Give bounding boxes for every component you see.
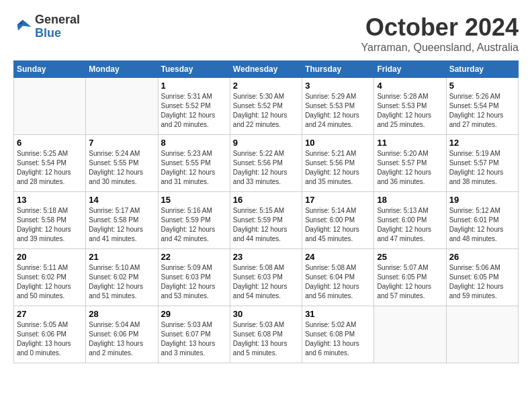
calendar-cell: 4Sunrise: 5:28 AM Sunset: 5:53 PM Daylig…: [374, 78, 446, 135]
day-info: Sunrise: 5:15 AM Sunset: 5:59 PM Dayligh…: [233, 206, 299, 244]
calendar-table: SundayMondayTuesdayWednesdayThursdayFrid…: [13, 60, 519, 363]
month-title: October 2024: [361, 13, 519, 42]
day-number: 27: [17, 309, 83, 319]
day-number: 25: [377, 252, 443, 262]
day-info: Sunrise: 5:08 AM Sunset: 6:03 PM Dayligh…: [233, 263, 299, 301]
day-number: 16: [233, 195, 299, 205]
calendar-cell: 17Sunrise: 5:14 AM Sunset: 6:00 PM Dayli…: [302, 192, 374, 249]
day-number: 23: [233, 252, 299, 262]
day-number: 6: [17, 138, 83, 148]
calendar-cell: 25Sunrise: 5:07 AM Sunset: 6:05 PM Dayli…: [374, 249, 446, 306]
day-info: Sunrise: 5:13 AM Sunset: 6:00 PM Dayligh…: [377, 206, 443, 244]
weekday-header: Sunday: [14, 61, 86, 78]
day-info: Sunrise: 5:17 AM Sunset: 5:58 PM Dayligh…: [89, 206, 154, 244]
day-number: 15: [161, 195, 227, 205]
day-number: 26: [449, 252, 515, 262]
day-number: 20: [17, 252, 83, 262]
weekday-header: Saturday: [446, 61, 518, 78]
day-info: Sunrise: 5:02 AM Sunset: 6:08 PM Dayligh…: [305, 320, 371, 358]
day-number: 17: [305, 195, 371, 205]
day-number: 11: [377, 138, 443, 148]
day-number: 1: [161, 81, 227, 91]
day-info: Sunrise: 5:05 AM Sunset: 6:06 PM Dayligh…: [17, 320, 83, 358]
calendar-cell: [374, 306, 446, 363]
calendar-cell: 18Sunrise: 5:13 AM Sunset: 6:00 PM Dayli…: [374, 192, 446, 249]
day-info: Sunrise: 5:06 AM Sunset: 6:05 PM Dayligh…: [449, 263, 515, 301]
calendar-cell: 19Sunrise: 5:12 AM Sunset: 6:01 PM Dayli…: [446, 192, 518, 249]
calendar-cell: 8Sunrise: 5:23 AM Sunset: 5:55 PM Daylig…: [158, 135, 230, 192]
calendar-week-row: 13Sunrise: 5:18 AM Sunset: 5:58 PM Dayli…: [14, 192, 519, 249]
calendar-cell: 5Sunrise: 5:26 AM Sunset: 5:54 PM Daylig…: [446, 78, 518, 135]
day-info: Sunrise: 5:11 AM Sunset: 6:02 PM Dayligh…: [17, 263, 83, 301]
svg-marker-0: [17, 19, 32, 30]
day-info: Sunrise: 5:22 AM Sunset: 5:56 PM Dayligh…: [233, 149, 299, 187]
calendar-week-row: 27Sunrise: 5:05 AM Sunset: 6:06 PM Dayli…: [14, 306, 519, 363]
day-info: Sunrise: 5:21 AM Sunset: 5:56 PM Dayligh…: [305, 149, 371, 187]
day-info: Sunrise: 5:07 AM Sunset: 6:05 PM Dayligh…: [377, 263, 443, 301]
day-number: 13: [17, 195, 83, 205]
weekday-header: Thursday: [302, 61, 374, 78]
weekday-header: Monday: [86, 61, 158, 78]
calendar-cell: 7Sunrise: 5:24 AM Sunset: 5:55 PM Daylig…: [86, 135, 158, 192]
day-info: Sunrise: 5:10 AM Sunset: 6:02 PM Dayligh…: [89, 263, 154, 301]
day-info: Sunrise: 5:31 AM Sunset: 5:52 PM Dayligh…: [161, 92, 227, 130]
day-info: Sunrise: 5:25 AM Sunset: 5:54 PM Dayligh…: [17, 149, 83, 187]
day-info: Sunrise: 5:03 AM Sunset: 6:08 PM Dayligh…: [233, 320, 299, 358]
logo-general: General: [35, 13, 80, 27]
calendar-cell: 3Sunrise: 5:29 AM Sunset: 5:53 PM Daylig…: [302, 78, 374, 135]
day-info: Sunrise: 5:19 AM Sunset: 5:57 PM Dayligh…: [449, 149, 515, 187]
day-info: Sunrise: 5:29 AM Sunset: 5:53 PM Dayligh…: [305, 92, 371, 130]
day-number: 5: [449, 81, 515, 91]
calendar-cell: 2Sunrise: 5:30 AM Sunset: 5:52 PM Daylig…: [230, 78, 302, 135]
calendar-cell: 30Sunrise: 5:03 AM Sunset: 6:08 PM Dayli…: [230, 306, 302, 363]
calendar-cell: 14Sunrise: 5:17 AM Sunset: 5:58 PM Dayli…: [86, 192, 158, 249]
day-number: 12: [449, 138, 515, 148]
calendar-cell: 24Sunrise: 5:08 AM Sunset: 6:04 PM Dayli…: [302, 249, 374, 306]
day-number: 3: [305, 81, 371, 91]
day-info: Sunrise: 5:03 AM Sunset: 6:07 PM Dayligh…: [161, 320, 227, 358]
logo-bird-icon: [13, 17, 32, 36]
page-header: General Blue October 2024 Yarraman, Quee…: [13, 13, 519, 54]
day-info: Sunrise: 5:18 AM Sunset: 5:58 PM Dayligh…: [17, 206, 83, 244]
day-info: Sunrise: 5:30 AM Sunset: 5:52 PM Dayligh…: [233, 92, 299, 130]
day-number: 21: [89, 252, 154, 262]
calendar-cell: [446, 306, 518, 363]
calendar-cell: 26Sunrise: 5:06 AM Sunset: 6:05 PM Dayli…: [446, 249, 518, 306]
calendar-cell: [86, 78, 158, 135]
day-info: Sunrise: 5:08 AM Sunset: 6:04 PM Dayligh…: [305, 263, 371, 301]
day-number: 30: [233, 309, 299, 319]
calendar-week-row: 6Sunrise: 5:25 AM Sunset: 5:54 PM Daylig…: [14, 135, 519, 192]
calendar-cell: 6Sunrise: 5:25 AM Sunset: 5:54 PM Daylig…: [14, 135, 86, 192]
day-number: 8: [161, 138, 227, 148]
calendar-cell: 11Sunrise: 5:20 AM Sunset: 5:57 PM Dayli…: [374, 135, 446, 192]
calendar-week-row: 1Sunrise: 5:31 AM Sunset: 5:52 PM Daylig…: [14, 78, 519, 135]
day-info: Sunrise: 5:26 AM Sunset: 5:54 PM Dayligh…: [449, 92, 515, 130]
day-number: 18: [377, 195, 443, 205]
calendar-cell: [14, 78, 86, 135]
location: Yarraman, Queensland, Australia: [361, 42, 519, 54]
calendar-cell: 31Sunrise: 5:02 AM Sunset: 6:08 PM Dayli…: [302, 306, 374, 363]
calendar-cell: 22Sunrise: 5:09 AM Sunset: 6:03 PM Dayli…: [158, 249, 230, 306]
day-number: 9: [233, 138, 299, 148]
day-info: Sunrise: 5:16 AM Sunset: 5:59 PM Dayligh…: [161, 206, 227, 244]
day-number: 28: [89, 309, 154, 319]
calendar-cell: 29Sunrise: 5:03 AM Sunset: 6:07 PM Dayli…: [158, 306, 230, 363]
day-info: Sunrise: 5:09 AM Sunset: 6:03 PM Dayligh…: [161, 263, 227, 301]
logo: General Blue: [13, 13, 80, 40]
calendar-cell: 10Sunrise: 5:21 AM Sunset: 5:56 PM Dayli…: [302, 135, 374, 192]
day-number: 19: [449, 195, 515, 205]
weekday-header: Friday: [374, 61, 446, 78]
calendar-cell: 28Sunrise: 5:04 AM Sunset: 6:06 PM Dayli…: [86, 306, 158, 363]
calendar-cell: 1Sunrise: 5:31 AM Sunset: 5:52 PM Daylig…: [158, 78, 230, 135]
weekday-header: Wednesday: [230, 61, 302, 78]
weekday-header: Tuesday: [158, 61, 230, 78]
calendar-cell: 13Sunrise: 5:18 AM Sunset: 5:58 PM Dayli…: [14, 192, 86, 249]
day-info: Sunrise: 5:20 AM Sunset: 5:57 PM Dayligh…: [377, 149, 443, 187]
calendar-cell: 27Sunrise: 5:05 AM Sunset: 6:06 PM Dayli…: [14, 306, 86, 363]
calendar-week-row: 20Sunrise: 5:11 AM Sunset: 6:02 PM Dayli…: [14, 249, 519, 306]
calendar-cell: 16Sunrise: 5:15 AM Sunset: 5:59 PM Dayli…: [230, 192, 302, 249]
day-info: Sunrise: 5:23 AM Sunset: 5:55 PM Dayligh…: [161, 149, 227, 187]
day-number: 14: [89, 195, 154, 205]
day-number: 10: [305, 138, 371, 148]
day-number: 22: [161, 252, 227, 262]
